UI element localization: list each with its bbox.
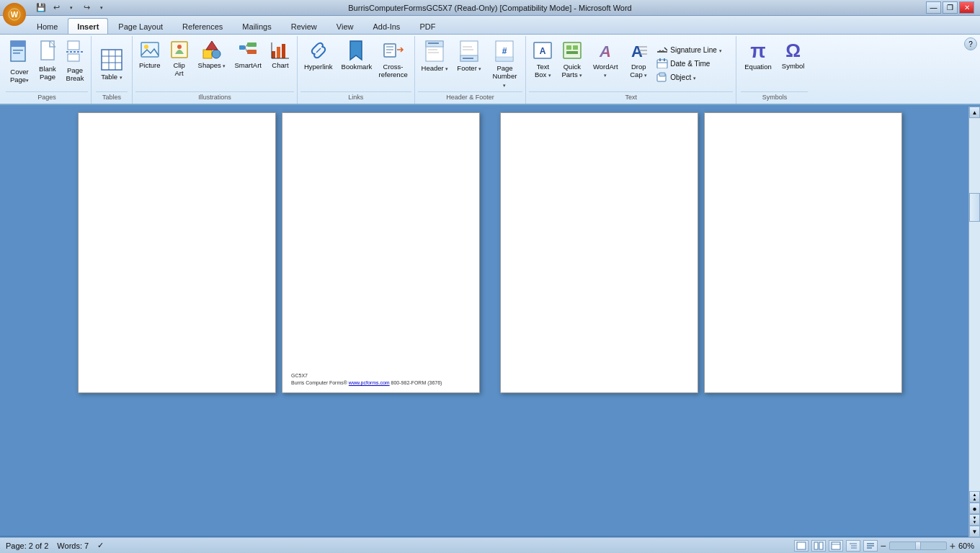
shapes-button[interactable]: Shapes ▾ [195, 37, 230, 71]
header-button[interactable]: Header ▾ [418, 37, 453, 74]
footer-link[interactable]: www.pcforms.com [349, 380, 390, 385]
hyperlink-button[interactable]: Hyperlink [300, 37, 337, 73]
pages-buttons: CoverPage▾ BlankPage [6, 37, 88, 91]
web-layout-btn[interactable] [829, 540, 843, 552]
tab-home[interactable]: Home [27, 18, 67, 34]
zoom-thumb[interactable] [915, 541, 921, 550]
table-icon [100, 48, 123, 73]
scroll-up-button[interactable]: ▲ [969, 107, 980, 118]
blank-page-button[interactable]: BlankPage [35, 37, 61, 84]
bookmark-icon [347, 40, 365, 63]
page-pair-1: GC5X7 Burris Computer Forms® www.pcforms… [78, 112, 480, 393]
svg-rect-63 [657, 60, 667, 68]
text-box-label: TextBox ▾ [535, 63, 551, 79]
help-button[interactable]: ? [964, 37, 977, 50]
table-button[interactable]: Table ▾ [96, 46, 128, 83]
tab-add-ins[interactable]: Add-Ins [363, 18, 409, 34]
svg-rect-7 [68, 41, 79, 50]
text-buttons: A TextBox ▾ QuickParts ▾ [529, 37, 733, 91]
page-break-label: PageBreak [66, 66, 84, 83]
smartart-button[interactable]: SmartArt [231, 37, 264, 71]
tab-review[interactable]: Review [282, 18, 326, 34]
svg-rect-5 [13, 53, 20, 54]
signature-line-button[interactable]: Signature Line ▾ [654, 43, 733, 56]
full-reading-btn[interactable] [811, 540, 826, 552]
ribbon-group-pages: CoverPage▾ BlankPage [3, 36, 92, 104]
zoom-plus-btn[interactable]: + [950, 540, 956, 552]
hyperlink-icon [308, 40, 329, 63]
customize-qa-button[interactable]: ▾ [95, 1, 108, 14]
ribbon-group-text: A TextBox ▾ QuickParts ▾ [526, 36, 736, 104]
pages-group-label: Pages [6, 91, 88, 102]
drop-cap-button[interactable]: A DropCap ▾ [625, 37, 652, 81]
clip-art-button[interactable]: ClipArt [166, 37, 193, 80]
scroll-down-button[interactable]: ▼ [969, 526, 980, 537]
date-time-button[interactable]: Date & Time [654, 57, 733, 70]
restore-button[interactable]: ❐ [943, 1, 958, 14]
picture-icon [140, 40, 160, 61]
smartart-icon [238, 40, 258, 61]
print-layout-btn[interactable] [794, 540, 808, 552]
drop-cap-icon: A [628, 40, 649, 63]
undo-qa-button[interactable]: ↩ [50, 1, 63, 14]
spell-check-icon[interactable]: ✓ [97, 541, 104, 550]
svg-rect-49 [496, 57, 513, 61]
signature-line-label: Signature Line ▾ [670, 46, 721, 54]
wordart-button[interactable]: A WordArt ▾ [587, 37, 623, 81]
footer-label: Footer ▾ [457, 64, 481, 72]
svg-rect-22 [239, 45, 245, 50]
cover-page-button[interactable]: CoverPage▾ [6, 37, 33, 86]
outline-btn[interactable] [846, 540, 860, 552]
svg-marker-21 [206, 41, 218, 50]
scroll-track[interactable] [969, 118, 980, 491]
symbol-button[interactable]: Ω Symbol [778, 37, 808, 72]
close-button[interactable]: ✕ [959, 1, 974, 14]
cross-reference-button[interactable]: Cross-reference [375, 37, 411, 81]
tab-view[interactable]: View [327, 18, 363, 34]
document-page-1 [78, 112, 276, 393]
footer-button[interactable]: Footer ▾ [453, 37, 485, 74]
scroll-center[interactable]: ● [969, 503, 980, 514]
quick-parts-button[interactable]: QuickParts ▾ [558, 37, 586, 81]
chart-button[interactable]: Chart [267, 37, 294, 71]
scroll-page-up[interactable]: ▲▲ [969, 491, 980, 503]
svg-text:#: # [502, 46, 507, 56]
redo-qa-button[interactable]: ↪ [80, 1, 93, 14]
tab-pdf[interactable]: PDF [410, 18, 445, 34]
symbol-icon: Ω [785, 40, 801, 62]
bookmark-label: Bookmark [342, 63, 370, 71]
office-button[interactable]: W [3, 3, 26, 26]
scroll-thumb[interactable] [969, 193, 980, 222]
object-button[interactable]: Object ▾ [654, 71, 733, 84]
save-qa-button[interactable]: 💾 [35, 1, 48, 14]
page-break-button[interactable]: PageBreak [62, 37, 88, 85]
minimize-button[interactable]: — [926, 1, 941, 14]
cover-page-icon [9, 40, 30, 68]
page-footer: GC5X7 Burris Computer Forms® www.pcforms… [291, 372, 442, 387]
tab-insert[interactable]: Insert [68, 18, 108, 34]
tab-mailings[interactable]: Mailings [233, 18, 280, 34]
zoom-slider[interactable] [889, 541, 947, 550]
cross-reference-icon [383, 40, 404, 63]
equation-button[interactable]: π Equation [741, 37, 775, 73]
undo-dropdown[interactable]: ▾ [65, 1, 78, 14]
svg-rect-28 [277, 47, 280, 58]
picture-button[interactable]: Picture [135, 37, 164, 71]
svg-rect-53 [566, 45, 571, 50]
ribbon-group-symbols: π Equation Ω Symbol Symbols [736, 36, 812, 104]
tab-page-layout[interactable]: Page Layout [109, 18, 172, 34]
svg-rect-65 [659, 58, 661, 61]
text-box-button[interactable]: A TextBox ▾ [529, 37, 556, 81]
bookmark-button[interactable]: Bookmark [338, 37, 374, 73]
svg-rect-69 [797, 542, 806, 549]
chart-icon [270, 40, 290, 61]
page-number-button[interactable]: # PageNumber ▾ [486, 37, 522, 91]
tab-references[interactable]: References [173, 18, 232, 34]
vertical-scrollbar[interactable]: ▲ ▲▲ ● ▼▼ ▼ [968, 107, 980, 537]
smartart-label: SmartArt [234, 61, 261, 69]
symbols-buttons: π Equation Ω Symbol [741, 37, 808, 91]
zoom-minus-btn[interactable]: − [881, 540, 886, 552]
page-group: GC5X7 Burris Computer Forms® www.pcforms… [78, 112, 902, 393]
scroll-page-down[interactable]: ▼▼ [969, 514, 980, 526]
draft-btn[interactable] [863, 540, 878, 552]
